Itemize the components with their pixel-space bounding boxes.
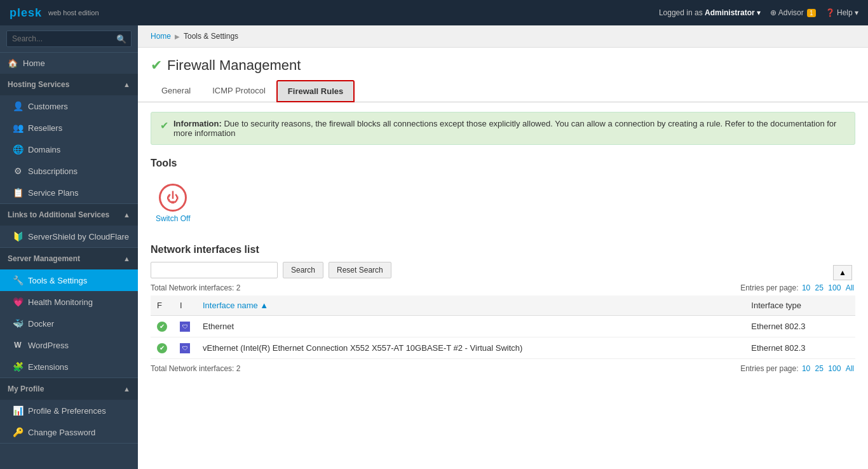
row2-status: ✔ [151,337,173,359]
breadcrumb-separator: ▶ [175,33,180,40]
row2-interface-name: vEthernet (Intel(R) Ethernet Connection … [196,337,745,359]
tab-general[interactable]: General [151,80,201,102]
sidebar-item-change-password[interactable]: 🔑 Change Password [0,421,138,443]
network-table: F I Interface name ▲ Interface type [151,296,855,359]
total-count-top: Total Network interfaces: 2 [151,283,240,292]
sidebar-section-header-my-profile[interactable]: My Profile ▲ [0,378,138,400]
sidebar-item-home[interactable]: 🏠 Home [0,53,138,74]
help-link[interactable]: ❓ Help ▾ [825,8,858,17]
profile-icon: 📊 [13,405,23,416]
search-input[interactable] [6,31,132,47]
status-ok-icon-2: ✔ [157,343,167,353]
sidebar-item-customers[interactable]: 👤 Customers [0,95,138,117]
col-header-interface-name[interactable]: Interface name ▲ [196,296,745,316]
entries-10-top[interactable]: 10 [802,283,810,292]
col-header-interface-type: Interface type [745,296,855,316]
subscriptions-icon: ⚙ [13,166,23,176]
sidebar-section-header-server-management[interactable]: Server Management ▲ [0,248,138,269]
firewall-icon: 🛡 [180,322,190,332]
entries-per-page-top: Entries per page: 10 25 100 All [740,283,855,292]
info-message: Due to security reasons, the firewall bl… [173,119,836,138]
top-navbar: plesk web host edition Logged in as Admi… [0,0,868,25]
entries-all-top[interactable]: All [846,283,854,292]
collapse-arrow-links: ▲ [123,211,130,219]
sidebar-section-hosting: Hosting Services ▲ 👤 Customers 👥 Reselle… [0,74,138,204]
table-row: ✔ 🛡 Ethernet Ethernet 802.3 [151,316,855,337]
entries-per-page-bottom: Entries per page: 10 25 100 All [740,364,855,373]
docker-icon: 🐳 [13,318,23,329]
search-bar-row: Search Reset Search [151,262,830,278]
sidebar-section-header-links[interactable]: Links to Additional Services ▲ [0,204,138,226]
password-icon: 🔑 [13,427,23,437]
help-dropdown-arrow[interactable]: ▾ [855,8,858,17]
servershield-icon: 🔰 [13,231,23,241]
entries-100-top[interactable]: 100 [828,283,841,292]
sidebar-item-extensions[interactable]: 🧩 Extensions [0,356,138,377]
entries-25-top[interactable]: 25 [815,283,824,292]
health-monitoring-icon: 💗 [13,297,23,307]
globe-icon: ⊕ [770,8,776,17]
sidebar-item-servershield[interactable]: 🔰 ServerShield by CloudFlare [0,226,138,247]
search-button[interactable]: Search [283,262,323,278]
breadcrumb-current: Tools & Settings [184,32,238,41]
page-header: ✔ Firewall Management [138,48,868,80]
sidebar-section-header-hosting[interactable]: Hosting Services ▲ [0,74,138,95]
table-row: ✔ 🛡 vEthernet (Intel(R) Ethernet Connect… [151,337,855,359]
tools-settings-icon: 🔧 [13,275,23,285]
tab-icmp-protocol[interactable]: ICMP Protocol [201,80,276,102]
top-nav-right: Logged in as Administrator ▾ ⊕ Advisor 1… [659,8,858,17]
firewall-icon-2: 🛡 [180,343,190,353]
table-info-top: Total Network interfaces: 2 Entries per … [151,283,855,292]
power-icon: ⏻ [159,184,187,212]
reset-search-button[interactable]: Reset Search [329,262,391,278]
entries-all-bottom[interactable]: All [846,364,854,373]
switch-off-button[interactable]: ⏻ Switch Off [151,179,195,228]
plesk-logo: plesk [10,6,42,20]
sidebar-item-wordpress[interactable]: W WordPress [0,334,138,356]
logo-area: plesk web host edition [10,6,99,20]
sidebar-section-server-management: Server Management ▲ 🔧 Tools & Settings 💗… [0,248,138,378]
sidebar-item-domains[interactable]: 🌐 Domains [0,139,138,160]
sidebar-item-profile-preferences[interactable]: 📊 Profile & Preferences [0,400,138,421]
entries-25-bottom[interactable]: 25 [815,364,824,373]
info-icon: ✔ [160,119,168,138]
dropdown-arrow[interactable]: ▾ [757,8,761,17]
scroll-to-top-button[interactable]: ▲ [833,265,852,280]
sidebar-item-subscriptions[interactable]: ⚙ Subscriptions [0,160,138,182]
entries-10-bottom[interactable]: 10 [802,364,810,373]
search-icon: 🔍 [116,34,126,44]
tab-firewall-rules[interactable]: Firewall Rules [276,80,355,102]
row2-interface-type: Ethernet 802.3 [745,337,855,359]
tabs: General ICMP Protocol Firewall Rules [138,80,868,102]
row1-status: ✔ [151,316,173,337]
sidebar-item-tools-settings[interactable]: 🔧 Tools & Settings [0,269,138,291]
sidebar-section-my-profile: My Profile ▲ 📊 Profile & Preferences 🔑 C… [0,378,138,444]
status-ok-icon: ✔ [157,322,167,332]
info-prefix: Information: [173,119,222,128]
network-section: Network interfaces list ▲ Search Reset S… [138,238,868,383]
network-search-input[interactable] [151,262,278,278]
page-title-icon: ✔ [151,57,162,74]
info-box: ✔ Information: Due to security reasons, … [151,112,855,145]
admin-link[interactable]: Administrator [705,8,755,17]
row1-firewall: 🛡 [173,316,196,337]
advisor-link[interactable]: ⊕ Advisor 1 [770,8,816,17]
interface-name-sort[interactable]: Interface name ▲ [203,301,268,310]
advisor-badge: 1 [807,9,816,17]
sidebar-item-docker[interactable]: 🐳 Docker [0,313,138,334]
plesk-edition: web host edition [48,9,99,17]
breadcrumb-home[interactable]: Home [151,32,171,41]
breadcrumb: Home ▶ Tools & Settings [138,25,868,48]
sidebar-item-resellers[interactable]: 👥 Resellers [0,117,138,139]
sidebar-item-service-plans[interactable]: 📋 Service Plans [0,182,138,203]
help-icon: ❓ [825,8,835,17]
home-icon: 🏠 [8,58,18,68]
row2-firewall: 🛡 [173,337,196,359]
entries-100-bottom[interactable]: 100 [828,364,841,373]
tools-section-title: Tools [138,154,868,175]
col-header-i: I [173,296,196,316]
extensions-icon: 🧩 [13,362,23,372]
sidebar-section-links: Links to Additional Services ▲ 🔰 ServerS… [0,204,138,248]
collapse-arrow-hosting: ▲ [123,81,130,88]
sidebar-item-health-monitoring[interactable]: 💗 Health Monitoring [0,291,138,313]
